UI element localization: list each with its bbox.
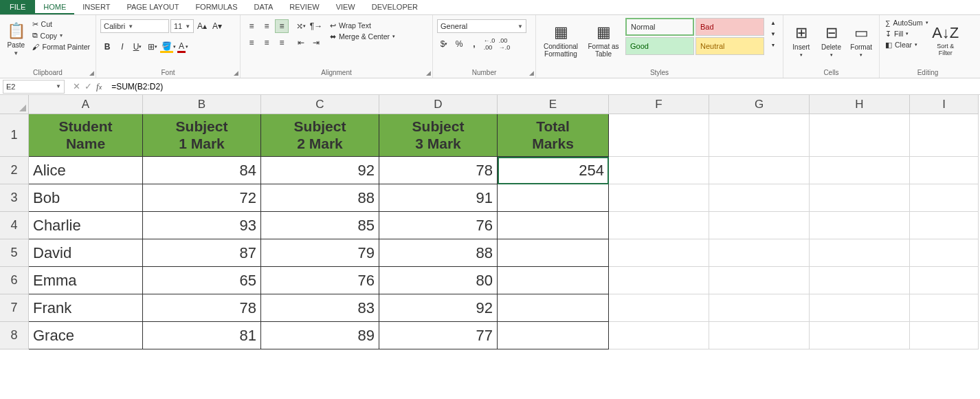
cell-E5[interactable] — [498, 239, 609, 267]
row-header-8[interactable]: 8 — [0, 322, 29, 349]
cell-G3[interactable] — [709, 184, 810, 212]
cell-C1[interactable]: Subject2 Mark — [261, 114, 379, 157]
insert-cells-button[interactable]: ⊞ Insert ▾ — [788, 18, 815, 63]
cell-E2[interactable]: 254 — [498, 157, 609, 184]
row-header-3[interactable]: 3 — [0, 184, 29, 212]
number-format-combo[interactable]: General ▼ — [437, 19, 526, 33]
cell-C4[interactable]: 85 — [261, 212, 379, 239]
cell-H1[interactable] — [810, 114, 910, 157]
cell-E1[interactable]: TotalMarks — [498, 114, 609, 157]
wrap-text-button[interactable]: ↩ Wrap Text — [328, 21, 397, 30]
cell-A6[interactable]: Emma — [29, 267, 143, 294]
cell-I4[interactable] — [910, 212, 979, 239]
orientation-button[interactable]: ⤭▾ — [294, 19, 308, 33]
cell-D6[interactable]: 80 — [379, 267, 498, 294]
cell-I5[interactable] — [910, 239, 979, 267]
cell-E4[interactable] — [498, 212, 609, 239]
cell-G1[interactable] — [709, 114, 810, 157]
cell-F1[interactable] — [609, 114, 709, 157]
cell-A2[interactable]: Alice — [29, 157, 143, 184]
comma-button[interactable]: , — [467, 37, 481, 51]
cell-C5[interactable]: 79 — [261, 239, 379, 267]
cut-button[interactable]: ✂ Cut — [31, 19, 91, 29]
decrease-indent-button[interactable]: ⇤ — [294, 36, 308, 50]
cell-H7[interactable] — [810, 294, 910, 322]
cell-H4[interactable] — [810, 212, 910, 239]
row-header-4[interactable]: 4 — [0, 212, 29, 239]
bold-button[interactable]: B — [100, 40, 114, 54]
increase-decimal-button[interactable]: ←.0.00 — [482, 37, 496, 51]
cell-H8[interactable] — [810, 322, 910, 349]
column-header-D[interactable]: D — [379, 95, 498, 114]
column-header-I[interactable]: I — [910, 95, 979, 114]
cell-style-normal[interactable]: Normal — [625, 18, 694, 36]
row-header-2[interactable]: 2 — [0, 157, 29, 184]
cell-B2[interactable]: 84 — [143, 157, 261, 184]
fx-icon[interactable]: fx — [96, 81, 102, 92]
font-size-combo[interactable]: 11 ▼ — [170, 19, 194, 33]
format-as-table-button[interactable]: ▦ Format as Table — [586, 18, 621, 63]
delete-cells-button[interactable]: ⊟ Delete ▾ — [818, 18, 845, 63]
cell-B1[interactable]: Subject1 Mark — [143, 114, 261, 157]
align-center-button[interactable]: ≡ — [260, 36, 274, 50]
cell-C6[interactable]: 76 — [261, 267, 379, 294]
copy-button[interactable]: ⧉ Copy ▾ — [31, 30, 91, 41]
column-header-G[interactable]: G — [709, 95, 810, 114]
cell-C7[interactable]: 83 — [261, 294, 379, 322]
row-header-1[interactable]: 1 — [0, 114, 29, 157]
row-header-6[interactable]: 6 — [0, 267, 29, 294]
cell-C8[interactable]: 89 — [261, 322, 379, 349]
format-painter-button[interactable]: 🖌 Format Painter — [31, 42, 91, 52]
cell-H3[interactable] — [810, 184, 910, 212]
cell-A3[interactable]: Bob — [29, 184, 143, 212]
cell-D4[interactable]: 76 — [379, 212, 498, 239]
cell-I3[interactable] — [910, 184, 979, 212]
alignment-launcher-icon[interactable]: ◢ — [426, 69, 431, 76]
cell-F5[interactable] — [609, 239, 709, 267]
font-color-button[interactable]: A▾ — [176, 40, 190, 54]
cell-G7[interactable] — [709, 294, 810, 322]
cell-B6[interactable]: 65 — [143, 267, 261, 294]
align-middle-button[interactable]: ≡ — [260, 19, 274, 33]
cell-A7[interactable]: Frank — [29, 294, 143, 322]
cell-D1[interactable]: Subject3 Mark — [379, 114, 498, 157]
styles-expand[interactable]: ▾ — [768, 40, 778, 50]
cell-G6[interactable] — [709, 267, 810, 294]
increase-indent-button[interactable]: ⇥ — [309, 36, 323, 50]
cell-style-bad[interactable]: Bad — [695, 18, 764, 36]
currency-button[interactable]: $▾ — [437, 37, 451, 51]
name-box[interactable]: E2 ▼ — [3, 80, 65, 94]
fill-color-button[interactable]: 🪣▾ — [161, 40, 175, 54]
align-right-button[interactable]: ≡ — [275, 36, 289, 50]
cell-C3[interactable]: 88 — [261, 184, 379, 212]
cancel-formula-button[interactable]: ✕ — [73, 81, 80, 91]
cell-D5[interactable]: 88 — [379, 239, 498, 267]
cell-E8[interactable] — [498, 322, 609, 349]
cell-F3[interactable] — [609, 184, 709, 212]
fill-button[interactable]: ↧ Fill ▾ — [884, 29, 930, 39]
font-launcher-icon[interactable]: ◢ — [234, 69, 238, 76]
clipboard-launcher-icon[interactable]: ◢ — [89, 69, 94, 76]
cell-G4[interactable] — [709, 212, 810, 239]
underline-button[interactable]: U▾ — [131, 40, 144, 54]
cell-G2[interactable] — [709, 157, 810, 184]
row-header-7[interactable]: 7 — [0, 294, 29, 322]
cell-H2[interactable] — [810, 157, 910, 184]
column-header-H[interactable]: H — [810, 95, 910, 114]
cell-B8[interactable]: 81 — [143, 322, 261, 349]
paste-button[interactable]: 📋 Paste ▼ — [4, 17, 28, 62]
cell-F2[interactable] — [609, 157, 709, 184]
column-header-F[interactable]: F — [609, 95, 709, 114]
cell-I8[interactable] — [910, 322, 979, 349]
tab-file[interactable]: FILE — [0, 0, 35, 14]
column-header-C[interactable]: C — [261, 95, 379, 114]
clear-button[interactable]: ◧ Clear ▾ — [884, 40, 930, 50]
column-header-A[interactable]: A — [29, 95, 143, 114]
tab-home[interactable]: HOME — [35, 0, 74, 14]
cell-F6[interactable] — [609, 267, 709, 294]
tab-insert[interactable]: INSERT — [74, 0, 118, 14]
cell-D7[interactable]: 92 — [379, 294, 498, 322]
cell-H5[interactable] — [810, 239, 910, 267]
tab-page-layout[interactable]: PAGE LAYOUT — [118, 0, 187, 14]
conditional-formatting-button[interactable]: ▦ Conditional Formatting — [540, 18, 581, 63]
